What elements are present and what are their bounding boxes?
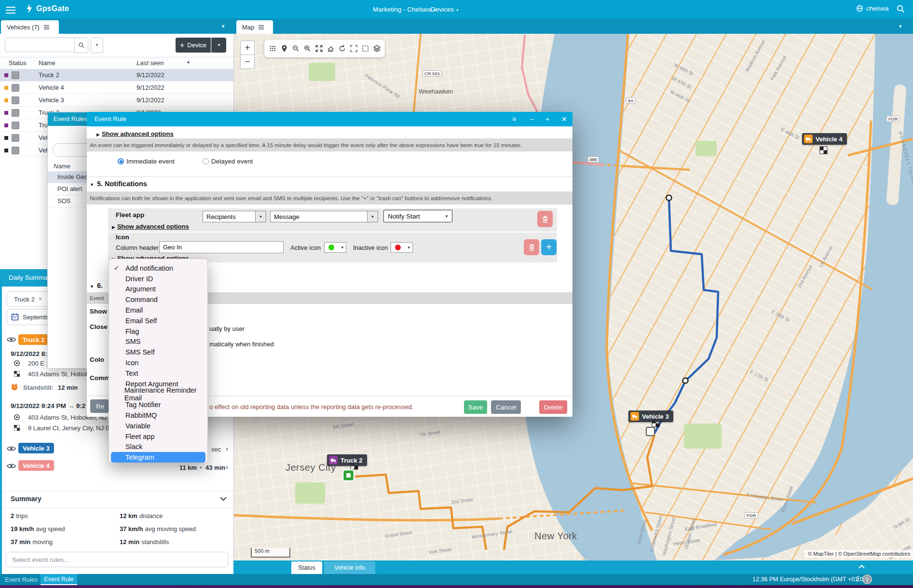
search-options-dropdown[interactable]: ▾ [91,38,103,53]
map-zoom-out-button[interactable]: − [240,55,255,69]
panel-chevron-down-icon[interactable]: ▾ [222,23,225,29]
message-select[interactable]: Message▾ [270,211,378,222]
collapse-chevron-icon[interactable] [220,497,227,501]
vehicle-marker[interactable]: Vehicle 4 [802,133,847,145]
maximize-icon[interactable]: + [545,112,549,126]
current-position-marker[interactable] [343,470,354,481]
taskbar-tab-event-rule[interactable]: Event Rule [41,574,77,585]
vehicle-marker[interactable]: Truck 2 [327,454,367,466]
add-notification-button[interactable]: + [541,239,557,255]
column-header-input[interactable]: Geo In [159,241,284,253]
delayed-event-label[interactable]: Delayed event [211,158,253,165]
active-icon-select[interactable]: ▾ [324,242,346,253]
menu-item[interactable]: Flag [109,326,207,337]
vehicle-search-button[interactable] [74,38,88,53]
tab-vehicles[interactable]: Vehicles (7) [1,20,59,34]
add-device-button[interactable]: +Device [176,38,211,53]
vehicle-marker[interactable]: Vehicle 3 [628,410,673,422]
vehicle-filter-chip[interactable]: Truck 2× [7,291,49,307]
fullscreen-icon[interactable] [348,43,359,55]
vehicle-row[interactable]: Vehicle 4 9/12/2022 [0,82,233,94]
menu-item[interactable]: Text [109,368,207,379]
column-last-seen[interactable]: Last seen [136,59,164,67]
eraser-icon[interactable] [325,43,336,55]
tab-vehicle-info[interactable]: Vehicle info [324,561,375,574]
menu-item[interactable]: Driver ID [109,273,207,284]
delete-button[interactable]: Delete [539,400,567,414]
truck2-badge[interactable]: Truck 2 [18,334,49,345]
menu-item[interactable]: Maintenance Reminder Email [109,389,207,400]
devices-menu[interactable]: Devices▾ [431,5,459,14]
reset-rotation-icon[interactable] [336,43,348,55]
menu-item[interactable]: Slack [109,442,207,452]
collapse-up-chevron-icon[interactable] [858,564,865,569]
vehicle-row[interactable]: Truck 2 9/12/2022 [0,69,233,82]
workspace-menu[interactable]: Marketing - Chelsea▾ [373,5,436,14]
search-icon[interactable] [896,4,905,14]
minimize-icon[interactable]: − [530,112,533,126]
save-button[interactable]: Save [464,400,487,414]
menu-item[interactable]: SMS Self [109,347,207,357]
expand-chevron-icon[interactable]: › [226,463,228,471]
tab-status[interactable]: Status [291,561,322,574]
modal-title[interactable]: Event Rule [87,112,572,126]
immediate-event-label[interactable]: Immediate event [126,158,175,165]
inactive-icon-select[interactable]: ▾ [391,242,413,253]
column-status[interactable]: Status [9,59,27,67]
eye-icon[interactable] [7,463,16,469]
menu-item[interactable]: Tag Notifier [109,399,207,410]
fit-extent-icon[interactable] [313,43,325,55]
section5-header[interactable]: 5. Notifications [87,180,572,188]
map-zoom-in-button[interactable]: + [240,41,255,55]
sort-ascending-icon[interactable]: ▲ [186,59,191,64]
column-name[interactable]: Name [39,59,55,67]
menu-item[interactable]: Email [109,305,207,315]
name-column-header[interactable]: Name [54,163,70,170]
recipients-select[interactable]: Recipients▾ [203,211,266,222]
vehicle-row[interactable]: Vehicle 3 9/12/2022 [0,94,233,107]
modal-menu-icon[interactable]: ≡ [512,112,516,126]
stop-marker-icon[interactable] [646,427,654,436]
trip-header[interactable]: 9/12/2022 9:24 PM → 9:2 [11,402,85,410]
event-rules-select[interactable]: Select event rules... [6,552,229,567]
menu-item[interactable]: SMS [109,337,207,347]
show-advanced-link[interactable]: Show advanced options [112,223,189,230]
immediate-event-radio[interactable] [118,158,124,164]
menu-item[interactable]: RabbitMQ [109,410,207,421]
notify-select[interactable]: Notify Start▾ [383,210,452,222]
summary-section-title[interactable]: Summary [11,495,41,503]
vehicle-search-input[interactable] [5,38,75,52]
route-waypoint[interactable] [667,195,672,201]
delete-notification-button[interactable] [537,211,553,227]
delayed-event-radio[interactable] [203,158,209,164]
user-menu[interactable]: chelsea [856,5,889,12]
map-attribution[interactable]: © MapTiler | © OpenStreetMap contributor… [805,550,913,558]
eye-icon[interactable] [7,337,16,342]
menu-item[interactable]: Command [109,294,207,305]
drag-grid-icon[interactable] [267,43,278,55]
route-waypoint[interactable] [683,378,688,383]
close-icon[interactable]: ✕ [561,112,567,126]
zoom-out-icon[interactable] [290,43,301,55]
vehicle3-badge[interactable]: Vehicle 3 [18,443,54,453]
zoom-in-icon[interactable] [301,43,313,55]
delete-icon-notification-button[interactable] [524,239,539,255]
brand-logo[interactable]: GpsGate [25,3,69,14]
vehicle4-badge[interactable]: Vehicle 4 [18,460,54,471]
pin-icon[interactable] [278,43,290,55]
menu-item[interactable]: ✓ Add notification [109,263,207,273]
menu-item[interactable]: Icon [109,357,207,368]
menu-item[interactable]: Telegram [111,452,205,463]
measure-icon[interactable] [359,43,371,55]
map-chevron-down-icon[interactable]: ▾ [899,23,902,29]
hamburger-menu-icon[interactable] [6,5,15,15]
expand-chevron-icon[interactable]: › [226,444,228,452]
menu-item[interactable]: Argument [109,284,207,295]
trip-header[interactable]: 9/12/2022 8: [11,350,47,357]
add-device-dropdown[interactable]: ▾ [211,38,226,53]
tab-map[interactable]: Map [236,20,273,34]
cancel-button[interactable]: Cancel [491,400,521,414]
menu-item[interactable]: Fleet app [109,431,207,442]
vehicle-table-header[interactable]: Status Name Last seen ▲ [0,57,233,70]
layers-icon[interactable] [371,43,382,55]
